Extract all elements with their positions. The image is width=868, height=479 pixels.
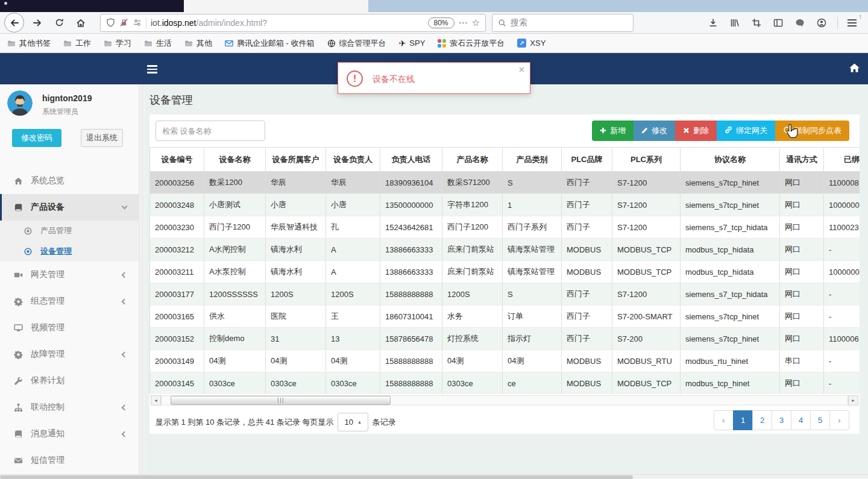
pager-page-4[interactable]: 4 bbox=[791, 410, 811, 430]
reload-button[interactable] bbox=[51, 14, 68, 31]
bookmark-item[interactable]: 综合管理平台 bbox=[327, 38, 386, 49]
add-button[interactable]: 新增 bbox=[592, 121, 634, 141]
table-row[interactable]: 200003256数采1200华辰华辰18390936104数采S71200S西… bbox=[150, 172, 860, 194]
sidebar-collapse-icon[interactable] bbox=[147, 63, 157, 75]
bookmark-item[interactable]: 萤石云开放平台 bbox=[438, 38, 505, 49]
bookmark-star-icon[interactable]: ☆ bbox=[472, 17, 480, 28]
column-header[interactable]: 设备负责人 bbox=[326, 148, 380, 172]
sidebar-item-video-mgmt[interactable]: 视频管理 bbox=[0, 315, 139, 341]
column-header[interactable]: 通讯方式 bbox=[780, 148, 824, 172]
browser-search-bar[interactable]: 搜索 bbox=[492, 14, 634, 32]
bind-gateway-button[interactable]: 绑定网关 bbox=[717, 121, 775, 141]
column-header[interactable]: 设备所属客户 bbox=[266, 148, 326, 172]
sidebar-scrollbar[interactable] bbox=[139, 84, 143, 474]
avatar[interactable] bbox=[7, 90, 33, 116]
bookmark-item[interactable]: ✈SPY bbox=[399, 39, 426, 48]
shield-icon[interactable] bbox=[106, 18, 115, 27]
active-tab[interactable] bbox=[184, 0, 368, 12]
pager-page-3[interactable]: 3 bbox=[772, 410, 791, 430]
alert-dialog: ! 设备不在线 × bbox=[338, 62, 530, 94]
sidebar-item-product-mgmt[interactable]: 产品管理 bbox=[0, 221, 139, 241]
back-button[interactable] bbox=[4, 13, 24, 33]
browser-scrollbar-thumb[interactable] bbox=[0, 475, 633, 479]
page-actions-icon[interactable]: ⋯ bbox=[459, 17, 468, 28]
change-password-button[interactable]: 修改密码 bbox=[12, 129, 61, 147]
pager-page-5[interactable]: 5 bbox=[810, 410, 830, 430]
sidebar-item-product-device[interactable]: 产品设备 bbox=[0, 194, 139, 221]
pager-page-2[interactable]: 2 bbox=[752, 410, 772, 430]
table-row[interactable]: 200003165供水医院王18607310041水务订单西门子S7-200-S… bbox=[150, 305, 860, 328]
forward-button[interactable] bbox=[29, 14, 46, 31]
column-header[interactable]: PLC品牌 bbox=[562, 148, 612, 172]
table-row[interactable]: 2000031450303ce0303ce0303ce1588888888803… bbox=[150, 372, 860, 395]
page-size-select[interactable]: 10 ▲ bbox=[338, 413, 368, 431]
downloads-button[interactable] bbox=[705, 14, 722, 31]
sidebar-toggle-button[interactable] bbox=[770, 14, 787, 31]
screenshot-button[interactable] bbox=[748, 14, 765, 31]
home-icon bbox=[849, 62, 860, 74]
scroll-left-arrow[interactable]: ◄ bbox=[151, 395, 161, 405]
table-row[interactable]: 200003152控制demo311315878656478灯控系统指示灯西门子… bbox=[150, 328, 860, 350]
bookmark-item[interactable]: ↗XSY bbox=[517, 39, 546, 48]
permissions-icon[interactable] bbox=[133, 18, 142, 27]
bookmark-item[interactable]: 生活 bbox=[144, 38, 172, 49]
logout-button[interactable]: 退出系统 bbox=[81, 129, 123, 147]
column-header[interactable]: 设备编号 bbox=[150, 148, 204, 172]
edit-button[interactable]: 修改 bbox=[634, 121, 675, 141]
table-row[interactable]: 20000314904测04测04测1588888888804测04测MODBU… bbox=[150, 350, 860, 372]
alert-close-icon[interactable]: × bbox=[519, 64, 524, 75]
bookmark-item[interactable]: 学习 bbox=[104, 38, 131, 49]
sidebar-item-config-mgmt[interactable]: 组态管理 bbox=[0, 288, 139, 315]
tabstrip-empty-area[interactable] bbox=[368, 0, 868, 12]
column-header[interactable]: 协议名称 bbox=[681, 148, 780, 172]
table-cell: 200003165 bbox=[150, 305, 204, 328]
table-row[interactable]: 200003248小唐测试小唐小唐13500000000字符串12001西门子S… bbox=[150, 194, 860, 216]
pager-page-1[interactable]: 1 bbox=[733, 410, 753, 430]
messages-button[interactable] bbox=[791, 14, 808, 31]
delete-button[interactable]: 删除 bbox=[675, 121, 717, 141]
bookmark-item[interactable]: 其他书签 bbox=[7, 38, 51, 49]
sidebar-item-overview[interactable]: 系统总览 bbox=[0, 167, 139, 194]
table-cell: 1200S bbox=[442, 283, 503, 305]
sidebar-item-gateway-mgmt[interactable]: 网关管理 bbox=[0, 261, 139, 288]
sidebar-item-device-mgmt[interactable]: 设备管理 bbox=[0, 241, 139, 261]
column-header[interactable]: PLC系列 bbox=[612, 148, 681, 172]
pager-prev[interactable]: ‹ bbox=[714, 410, 734, 430]
library-button[interactable] bbox=[726, 14, 743, 31]
account-button[interactable] bbox=[813, 14, 830, 31]
sidebar-item-sms-mgmt[interactable]: 短信管理 bbox=[0, 447, 139, 474]
table-cell: 200003149 bbox=[150, 350, 204, 372]
column-header[interactable]: 产品名称 bbox=[442, 148, 503, 172]
home-icon bbox=[13, 177, 23, 186]
table-cell: siemens_s7tcp_hinet bbox=[681, 328, 780, 350]
column-header[interactable]: 设备名称 bbox=[204, 148, 266, 172]
table-row[interactable]: 200003211A水泵控制镇海水利A13886663333庶来门前泵站镇海泵站… bbox=[150, 261, 860, 283]
app-home-button[interactable] bbox=[849, 62, 860, 75]
column-header[interactable]: 产品类别 bbox=[503, 148, 562, 172]
scrollbar-track[interactable] bbox=[161, 395, 848, 405]
device-search-input[interactable] bbox=[156, 121, 265, 141]
bookmark-item[interactable]: 腾讯企业邮箱 - 收件箱 bbox=[225, 38, 315, 49]
sidebar-item-message-notice[interactable]: 消息通知 bbox=[0, 421, 139, 447]
sidebar-item-maintenance-plan[interactable]: 保养计划 bbox=[0, 368, 139, 394]
pager-next[interactable]: › bbox=[829, 410, 849, 430]
bookmark-item[interactable]: 工作 bbox=[63, 38, 91, 49]
bookmark-item[interactable]: 其他 bbox=[184, 38, 212, 49]
scroll-right-arrow[interactable]: ► bbox=[848, 395, 858, 405]
table-row[interactable]: 200003212A水闸控制镇海水利A13886663333庶来门前泵站镇海泵站… bbox=[150, 239, 860, 261]
url-text[interactable]: iot.idosp.net/admin/index.html? bbox=[151, 18, 267, 28]
bookmark-label: 工作 bbox=[75, 38, 91, 49]
sidebar-item-fault-mgmt[interactable]: 故障管理 bbox=[0, 341, 139, 368]
scrollbar-thumb[interactable] bbox=[171, 396, 391, 405]
column-header[interactable]: 负责人电话 bbox=[380, 148, 442, 172]
browser-horizontal-scrollbar[interactable] bbox=[0, 474, 868, 479]
table-row[interactable]: 200003230西门子1200华辰智通科技孔15243642681西门子120… bbox=[150, 216, 860, 239]
zoom-indicator[interactable]: 80% bbox=[428, 17, 454, 28]
table-row[interactable]: 2000031771200SSSSSS1200S1200S15888888888… bbox=[150, 283, 860, 305]
column-header[interactable]: 已绑定网关 bbox=[824, 148, 860, 172]
sidebar-item-linkage-control[interactable]: 联动控制 bbox=[0, 394, 139, 421]
url-bar[interactable]: iot.idosp.net/admin/index.html? 80% ⋯ ☆ bbox=[100, 14, 486, 32]
blocked-lock-icon[interactable] bbox=[119, 18, 128, 27]
home-button[interactable] bbox=[72, 14, 89, 31]
app-menu-button[interactable]: ↑ bbox=[843, 14, 861, 31]
